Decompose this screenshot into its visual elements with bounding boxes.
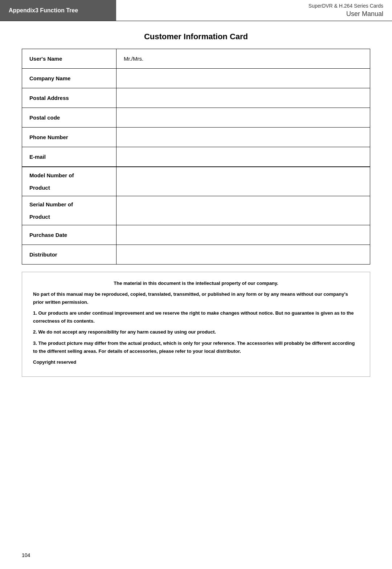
page-number: 104 <box>22 552 30 558</box>
value-company-name <box>117 69 370 88</box>
value-postal-code <box>117 108 370 128</box>
table-row: Purchase Date <box>22 225 370 245</box>
notice-line4: 2. We do not accept any responsibility f… <box>33 328 359 336</box>
label-postal-code: Postal code <box>22 108 117 128</box>
notice-line1: The material in this document is the int… <box>33 279 359 287</box>
label-model-number: Model Number ofProduct <box>22 167 117 196</box>
card-title: Customer Information Card <box>22 32 370 41</box>
appendix-label: Appendix3 Function Tree <box>0 0 116 21</box>
table-row: Postal code <box>22 108 370 128</box>
table-row: Model Number ofProduct <box>22 167 370 196</box>
product-name: SuperDVR & H.264 Series Cards <box>125 3 383 9</box>
appendix-text: Appendix3 Function Tree <box>9 7 78 14</box>
value-postal-address <box>117 88 370 108</box>
value-purchase-date <box>117 225 370 245</box>
label-distributor: Distributor <box>22 245 117 265</box>
customer-info-table: User's Name Mr./Mrs. Company Name Postal… <box>22 49 370 265</box>
label-users-name: User's Name <box>22 49 117 69</box>
value-serial-number <box>117 196 370 225</box>
manual-info: SuperDVR & H.264 Series Cards User Manua… <box>116 0 392 21</box>
manual-title: User Manual <box>125 10 383 18</box>
label-serial-number: Serial Number ofProduct <box>22 196 117 225</box>
value-email <box>117 147 370 167</box>
table-row: Phone Number <box>22 128 370 147</box>
value-distributor <box>117 245 370 265</box>
label-phone-number: Phone Number <box>22 128 117 147</box>
table-row: Distributor <box>22 245 370 265</box>
notice-line6: Copyright reserved <box>33 358 359 366</box>
value-model-number <box>117 167 370 196</box>
label-purchase-date: Purchase Date <box>22 225 117 245</box>
table-row: Serial Number ofProduct <box>22 196 370 225</box>
table-row: Company Name <box>22 69 370 88</box>
label-email: E-mail <box>22 147 117 167</box>
value-phone-number <box>117 128 370 147</box>
table-row: Postal Address <box>22 88 370 108</box>
table-row: E-mail <box>22 147 370 167</box>
label-postal-address: Postal Address <box>22 88 117 108</box>
notice-box: The material in this document is the int… <box>22 272 370 377</box>
page-header: Appendix3 Function Tree SuperDVR & H.264… <box>0 0 392 21</box>
table-row: User's Name Mr./Mrs. <box>22 49 370 69</box>
page-content: Customer Information Card User's Name Mr… <box>0 21 392 399</box>
value-users-name: Mr./Mrs. <box>117 49 370 69</box>
label-company-name: Company Name <box>22 69 117 88</box>
notice-line2: No part of this manual may be reproduced… <box>33 290 359 306</box>
notice-line5: 3. The product picture may differ from t… <box>33 339 359 355</box>
notice-line3: 1. Our products are under continual impr… <box>33 309 359 325</box>
